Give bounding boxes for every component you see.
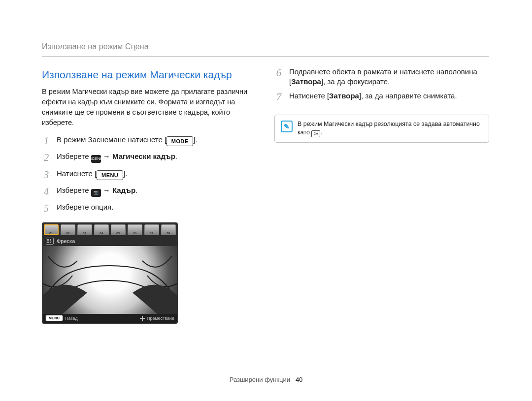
frame-preview (43, 246, 177, 314)
header-title: Използване на режим Сцена (42, 42, 149, 51)
camera-display: 01 02 03 04 05 06 07 08 Фреска (42, 222, 178, 324)
move-label: Преместване (147, 316, 174, 321)
frame-name: Фреска (57, 238, 75, 244)
thumb-07[interactable]: 07 (144, 224, 159, 235)
step-4: 4 Изберете 📷 → Кадър. (42, 185, 257, 198)
step-number: 3 (42, 168, 51, 182)
thumb-06[interactable]: 06 (128, 224, 142, 235)
menu-button-badge: MENU (97, 170, 123, 180)
step-3: 3 Натиснете [MENU]. (42, 169, 257, 182)
mode-button-badge: MODE (166, 136, 193, 146)
thumb-01[interactable]: 01 (44, 224, 59, 235)
steps-list-right: 6 Подравнете обекта в рамката и натиснет… (274, 67, 489, 104)
thumb-08[interactable]: 08 (161, 224, 176, 235)
camera-icon: 📷 (91, 189, 101, 197)
step-text: В режим Заснемане натиснете [MODE]. (57, 135, 257, 146)
scene-icon: SCENE (91, 155, 101, 163)
page-number: 40 (296, 376, 302, 383)
step-number: 7 (274, 90, 283, 104)
page-footer: Разширени функции 40 (0, 376, 532, 383)
right-column: 6 Подравнете обекта в рамката и натиснет… (274, 67, 489, 324)
section-heading: Използване на режим Магически кадър (42, 69, 257, 81)
frame-thumbnails: 01 02 03 04 05 06 07 08 (43, 223, 177, 236)
content-columns: Използване на режим Магически кадър В ре… (42, 67, 489, 324)
page-header: Използване на режим Сцена (42, 42, 489, 57)
step-text: Натиснете [Затвора], за да направите сни… (289, 91, 489, 101)
navigate-icon (140, 316, 145, 321)
footer-section: Разширени функции (230, 376, 290, 383)
camera-bottom-bar: MENU Назад Преместване (43, 314, 177, 323)
step-number: 1 (42, 134, 51, 148)
step-text: Подравнете обекта в рамката и натиснете … (289, 67, 489, 87)
step-6: 6 Подравнете обекта в рамката и натиснет… (274, 67, 489, 87)
menu-button-badge: MENU (45, 315, 63, 321)
thumb-04[interactable]: 04 (94, 224, 109, 235)
step-text: Изберете опция. (57, 202, 257, 212)
thumb-02[interactable]: 02 (61, 224, 75, 235)
left-column: Използване на режим Магически кадър В ре… (42, 67, 257, 324)
step-number: 5 (42, 201, 51, 215)
step-text: Изберете 📷 → Кадър. (57, 185, 257, 197)
info-icon: ✎ (281, 121, 293, 132)
step-2: 2 Изберете SCENE → Магически кадър. (42, 152, 257, 164)
step-number: 6 (274, 66, 283, 80)
frame-label-row: Фреска (43, 236, 177, 246)
step-text: Натиснете [MENU]. (57, 169, 257, 180)
thumb-05[interactable]: 05 (111, 224, 126, 235)
step-7: 7 Натиснете [Затвора], за да направите с… (274, 91, 489, 104)
grid-icon (46, 238, 54, 245)
note-text: В режим Магически кадър резолюцията се з… (298, 120, 483, 137)
step-number: 4 (42, 185, 51, 198)
step-5: 5 Изберете опция. (42, 202, 257, 215)
page: Използване на режим Сцена Използване на … (0, 0, 532, 401)
back-label: Назад (65, 316, 78, 321)
note-box: ✎ В режим Магически кадър резолюцията се… (274, 115, 489, 143)
resolution-badge: 2м (311, 130, 320, 137)
step-number: 2 (42, 151, 51, 164)
step-1: 1 В режим Заснемане натиснете [MODE]. (42, 135, 257, 148)
thumb-03[interactable]: 03 (77, 224, 92, 235)
step-text: Изберете SCENE → Магически кадър. (57, 152, 257, 163)
intro-paragraph: В режим Магически кадър вие можете да пр… (42, 87, 257, 128)
steps-list-left: 1 В режим Заснемане натиснете [MODE]. 2 … (42, 135, 257, 216)
